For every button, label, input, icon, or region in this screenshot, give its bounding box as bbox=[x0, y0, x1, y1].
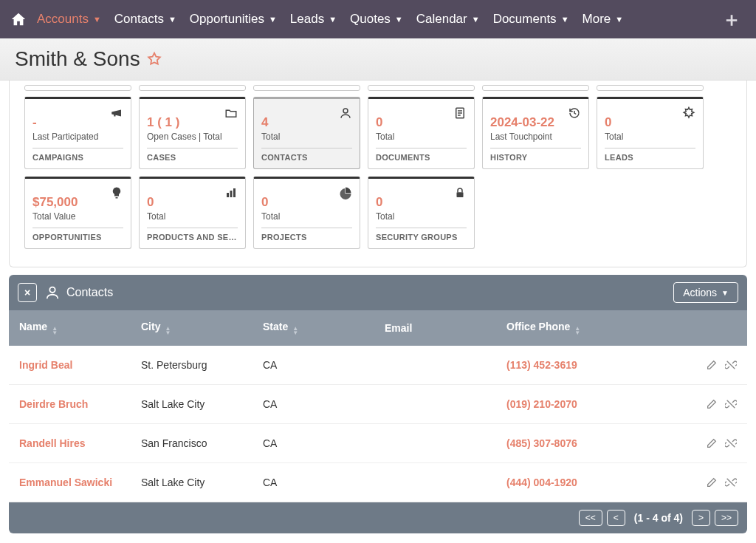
summary-card-opportunities[interactable]: $75,000Total ValueOPPORTUNITIES bbox=[24, 177, 131, 249]
unlink-icon[interactable] bbox=[725, 477, 737, 488]
home-button[interactable] bbox=[9, 10, 28, 29]
bars-icon bbox=[224, 186, 238, 199]
panel-title: Contacts bbox=[66, 286, 113, 299]
summary-card-contacts[interactable]: 4TotalCONTACTS bbox=[253, 97, 360, 169]
contacts-panel: × Contacts Actions ▼ Name▲▼ City▲▼ State… bbox=[9, 275, 747, 533]
summary-card-leads[interactable]: 0TotalLEADS bbox=[597, 97, 704, 169]
edit-icon[interactable] bbox=[706, 477, 718, 488]
card-subtitle: Total Value bbox=[32, 211, 123, 222]
unlink-icon[interactable] bbox=[725, 359, 737, 371]
summary-card-cases[interactable]: 1 ( 1 )Open Cases | TotalCASES bbox=[139, 97, 246, 169]
page-first-button[interactable]: << bbox=[579, 510, 602, 526]
card-footer: CASES bbox=[147, 153, 238, 162]
contact-name-link[interactable]: Randell Hires bbox=[19, 437, 85, 449]
table-row: Ingrid BealSt. PetersburgCA(113) 452-361… bbox=[9, 346, 747, 385]
col-name[interactable]: Name▲▼ bbox=[19, 321, 141, 335]
col-city[interactable]: City▲▼ bbox=[141, 321, 263, 335]
contact-name-link[interactable]: Deirdre Bruch bbox=[19, 398, 88, 410]
home-icon bbox=[10, 11, 27, 27]
edit-icon[interactable] bbox=[706, 359, 718, 371]
summary-card-documents[interactable]: 0TotalDOCUMENTS bbox=[368, 97, 475, 169]
card-subtitle: Last Participated bbox=[32, 132, 123, 142]
sort-icon: ▲▼ bbox=[292, 327, 298, 335]
contact-city: Salt Lake City bbox=[141, 477, 263, 488]
nav-item-calendar[interactable]: Calendar▼ bbox=[416, 0, 490, 38]
panel-header: × Contacts Actions ▼ bbox=[9, 275, 747, 310]
nav-item-documents[interactable]: Documents▼ bbox=[493, 0, 580, 38]
actions-label: Actions bbox=[683, 287, 717, 298]
card-footer: PRODUCTS AND SERVI... bbox=[147, 233, 238, 242]
nav-label: Opportunities bbox=[190, 12, 264, 27]
contact-phone-link[interactable]: (485) 307-8076 bbox=[506, 437, 577, 449]
card-subtitle: Total bbox=[605, 132, 695, 142]
card-subtitle: Total bbox=[376, 132, 467, 142]
chevron-down-icon: ▼ bbox=[615, 15, 623, 24]
page-prev-button[interactable]: < bbox=[607, 510, 625, 526]
nav-item-accounts[interactable]: Accounts▼ bbox=[37, 0, 111, 38]
table-row: Emmanuel SawickiSalt Lake CityCA(444) 00… bbox=[9, 463, 747, 502]
contact-state: CA bbox=[263, 398, 385, 410]
bulb-icon bbox=[110, 186, 123, 199]
panel-footer: << < (1 - 4 of 4) > >> bbox=[9, 502, 747, 533]
table-row: Randell HiresSan FranciscoCA(485) 307-80… bbox=[9, 424, 747, 463]
chevron-down-icon: ▼ bbox=[93, 15, 101, 24]
contact-phone-link[interactable]: (113) 452-3619 bbox=[506, 359, 577, 371]
contact-name-link[interactable]: Emmanuel Sawicki bbox=[19, 477, 112, 488]
page-title: Smith & Sons bbox=[15, 47, 140, 71]
create-button[interactable]: ＋ bbox=[716, 7, 747, 33]
col-state[interactable]: State▲▼ bbox=[263, 321, 385, 335]
card-subtitle: Total bbox=[147, 211, 238, 222]
contact-state: CA bbox=[263, 477, 385, 488]
edit-icon[interactable] bbox=[706, 398, 718, 410]
card-footer: PROJECTS bbox=[261, 233, 352, 242]
panel-close-button[interactable]: × bbox=[18, 283, 37, 302]
summary-cards: -Last ParticipatedCAMPAIGNS1 ( 1 )Open C… bbox=[9, 81, 747, 267]
nav-label: Contacts bbox=[114, 12, 164, 27]
chevron-down-icon: ▼ bbox=[168, 15, 176, 24]
nav-item-leads[interactable]: Leads▼ bbox=[290, 0, 347, 38]
sort-icon: ▲▼ bbox=[165, 327, 171, 335]
col-phone[interactable]: Office Phone▲▼ bbox=[506, 321, 673, 335]
table-row: Deirdre BruchSalt Lake CityCA(019) 210-2… bbox=[9, 385, 747, 424]
summary-card-projects[interactable]: 0TotalPROJECTS bbox=[253, 177, 360, 249]
actions-dropdown[interactable]: Actions ▼ bbox=[673, 282, 738, 303]
close-icon: × bbox=[24, 287, 30, 298]
card-subtitle: Total bbox=[261, 132, 352, 142]
table-header: Name▲▼ City▲▼ State▲▼ Email Office Phone… bbox=[9, 310, 747, 346]
nav-item-more[interactable]: More▼ bbox=[583, 0, 634, 38]
document-icon bbox=[453, 106, 467, 120]
sort-icon: ▲▼ bbox=[574, 327, 580, 335]
edit-icon[interactable] bbox=[706, 437, 718, 449]
history-icon bbox=[568, 106, 581, 120]
page-last-button[interactable]: >> bbox=[715, 510, 738, 526]
chevron-down-icon: ▼ bbox=[395, 15, 403, 24]
star-burst-icon bbox=[682, 106, 695, 120]
contact-phone-link[interactable]: (019) 210-2070 bbox=[506, 398, 577, 410]
unlink-icon[interactable] bbox=[725, 437, 737, 449]
pie-icon bbox=[339, 186, 352, 199]
top-nav: Accounts▼Contacts▼Opportunities▼Leads▼Qu… bbox=[0, 0, 756, 38]
summary-card-campaigns[interactable]: -Last ParticipatedCAMPAIGNS bbox=[24, 97, 131, 169]
card-footer: HISTORY bbox=[490, 153, 581, 162]
card-footer: CONTACTS bbox=[261, 153, 352, 162]
nav-item-opportunities[interactable]: Opportunities▼ bbox=[190, 0, 287, 38]
title-bar: Smith & Sons bbox=[0, 38, 756, 81]
nav-item-contacts[interactable]: Contacts▼ bbox=[114, 0, 187, 38]
card-footer: CAMPAIGNS bbox=[32, 153, 123, 162]
person-icon bbox=[339, 106, 352, 120]
summary-card-security-groups[interactable]: 0TotalSECURITY GROUPS bbox=[368, 177, 475, 249]
card-footer: DOCUMENTS bbox=[376, 153, 467, 162]
card-footer: SECURITY GROUPS bbox=[376, 233, 467, 242]
nav-label: Quotes bbox=[350, 12, 391, 27]
summary-card-products-and-servi-[interactable]: 0TotalPRODUCTS AND SERVI... bbox=[139, 177, 246, 249]
nav-item-quotes[interactable]: Quotes▼ bbox=[350, 0, 413, 38]
favorite-toggle[interactable] bbox=[146, 51, 162, 67]
unlink-icon[interactable] bbox=[725, 398, 737, 410]
page-next-button[interactable]: > bbox=[692, 510, 710, 526]
contact-phone-link[interactable]: (444) 004-1920 bbox=[506, 477, 577, 488]
nav-label: Leads bbox=[290, 12, 324, 27]
contact-name-link[interactable]: Ingrid Beal bbox=[19, 359, 72, 371]
person-icon bbox=[44, 284, 61, 301]
summary-card-history[interactable]: 2024-03-22Last TouchpointHISTORY bbox=[482, 97, 589, 169]
col-email[interactable]: Email bbox=[385, 322, 506, 334]
